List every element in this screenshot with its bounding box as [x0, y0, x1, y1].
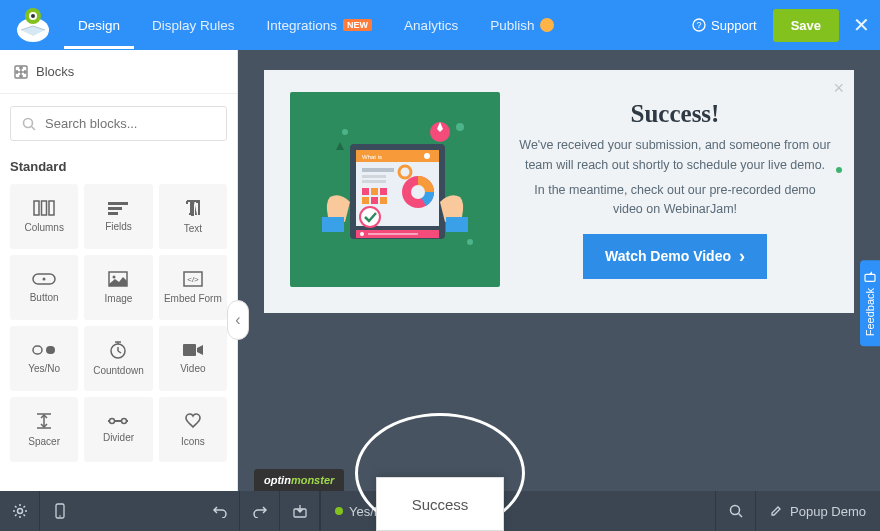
countdown-icon — [109, 341, 127, 359]
block-embed-form[interactable]: </> Embed Form — [159, 255, 227, 320]
zoom-button[interactable] — [715, 491, 755, 531]
block-image[interactable]: Image — [84, 255, 152, 320]
svg-text:What is: What is — [362, 154, 382, 160]
settings-button[interactable] — [0, 491, 40, 531]
block-label: Fields — [105, 221, 132, 232]
gear-icon — [12, 503, 28, 519]
svg-point-22 — [43, 278, 46, 281]
divider-icon — [108, 416, 128, 426]
tab-integrations[interactable]: Integrations NEW — [253, 2, 387, 49]
feedback-label: Feedback — [864, 288, 876, 336]
feedback-icon — [864, 270, 876, 282]
popup-title[interactable]: Success! — [518, 100, 832, 128]
search-input[interactable] — [10, 106, 227, 141]
publish-badge-icon — [540, 18, 554, 32]
top-nav: Design Display Rules Integrations NEW An… — [0, 0, 880, 50]
svg-point-49 — [424, 153, 430, 159]
blocks-icon — [14, 65, 28, 79]
search-icon — [22, 117, 36, 131]
svg-rect-58 — [371, 197, 378, 204]
new-badge: NEW — [343, 19, 372, 31]
svg-rect-59 — [380, 197, 387, 204]
watch-demo-button[interactable]: Watch Demo Video — [583, 234, 767, 279]
svg-rect-54 — [362, 188, 369, 195]
tab-publish-label: Publish — [490, 18, 534, 33]
embed-icon: </> — [183, 271, 203, 287]
svg-rect-57 — [362, 197, 369, 204]
svg-point-42 — [342, 129, 348, 135]
mobile-preview-button[interactable] — [40, 491, 80, 531]
svg-rect-27 — [33, 346, 42, 354]
svg-rect-28 — [46, 346, 55, 354]
svg-point-66 — [360, 207, 380, 227]
svg-point-64 — [360, 232, 364, 236]
blocks-grid: Columns Fields Text Button Image </> Emb… — [0, 184, 237, 462]
block-label: Spacer — [28, 436, 60, 447]
svg-rect-18 — [108, 202, 128, 205]
tab-integrations-label: Integrations — [267, 18, 338, 33]
tab-display-rules[interactable]: Display Rules — [138, 2, 249, 49]
video-icon — [182, 343, 204, 357]
success-view-button[interactable]: Success — [376, 477, 504, 531]
block-text[interactable]: Text — [159, 184, 227, 249]
svg-line-75 — [738, 514, 742, 518]
blocks-header[interactable]: Blocks — [0, 50, 237, 94]
block-label: Columns — [24, 222, 63, 233]
button-icon — [32, 272, 56, 286]
block-icons[interactable]: Icons — [159, 397, 227, 462]
popup-preview[interactable]: × What is — [264, 70, 854, 313]
section-standard-label: Standard — [0, 153, 237, 184]
block-label: Button — [30, 292, 59, 303]
svg-point-44 — [467, 239, 473, 245]
block-label: Yes/No — [28, 363, 60, 374]
blocks-label: Blocks — [36, 64, 74, 79]
popup-text-2[interactable]: In the meantime, check out our pre-recor… — [518, 181, 832, 220]
block-label: Countdown — [93, 365, 144, 376]
collapse-sidebar-button[interactable] — [227, 300, 249, 340]
status-dot-icon — [335, 507, 343, 515]
redo-button[interactable] — [240, 491, 280, 531]
feedback-tab[interactable]: Feedback — [860, 260, 880, 346]
svg-rect-20 — [108, 212, 118, 215]
svg-rect-65 — [368, 233, 418, 235]
fields-icon — [108, 201, 128, 215]
block-label: Icons — [181, 436, 205, 447]
image-icon — [108, 271, 128, 287]
block-yesno[interactable]: Yes/No — [10, 326, 78, 391]
svg-rect-68 — [446, 217, 468, 232]
tab-analytics[interactable]: Analytics — [390, 2, 472, 49]
block-spacer[interactable]: Spacer — [10, 397, 78, 462]
block-countdown[interactable]: Countdown — [84, 326, 152, 391]
svg-rect-53 — [362, 180, 386, 183]
import-button[interactable] — [280, 491, 320, 531]
main-area: Blocks Standard Columns Fields Text — [0, 50, 880, 491]
brand-badge[interactable]: optinmonster — [254, 469, 344, 491]
block-columns[interactable]: Columns — [10, 184, 78, 249]
popup-text-1[interactable]: We've received your submission, and some… — [518, 136, 832, 175]
tab-design[interactable]: Design — [64, 2, 134, 49]
save-button[interactable]: Save — [773, 9, 839, 42]
block-video[interactable]: Video — [159, 326, 227, 391]
block-fields[interactable]: Fields — [84, 184, 152, 249]
support-icon: ? — [692, 18, 706, 32]
support-link[interactable]: ? Support — [692, 18, 757, 33]
tab-publish[interactable]: Publish — [476, 2, 568, 49]
import-icon — [293, 504, 307, 518]
block-label: Embed Form — [164, 293, 222, 304]
popup-close-icon[interactable]: × — [833, 78, 844, 99]
nav-tabs: Design Display Rules Integrations NEW An… — [64, 2, 568, 49]
block-label: Image — [105, 293, 133, 304]
search-icon — [729, 504, 743, 518]
svg-rect-69 — [865, 274, 875, 281]
brand-b: monster — [291, 474, 334, 486]
svg-point-24 — [113, 276, 116, 279]
block-divider[interactable]: Divider — [84, 397, 152, 462]
logo-icon — [8, 5, 58, 45]
close-icon[interactable]: ✕ — [853, 13, 870, 37]
block-button[interactable]: Button — [10, 255, 78, 320]
undo-button[interactable] — [200, 491, 240, 531]
svg-point-13 — [24, 118, 33, 127]
svg-point-72 — [59, 515, 61, 517]
undo-icon — [212, 504, 228, 518]
popup-demo-button[interactable]: Popup Demo — [755, 491, 880, 531]
